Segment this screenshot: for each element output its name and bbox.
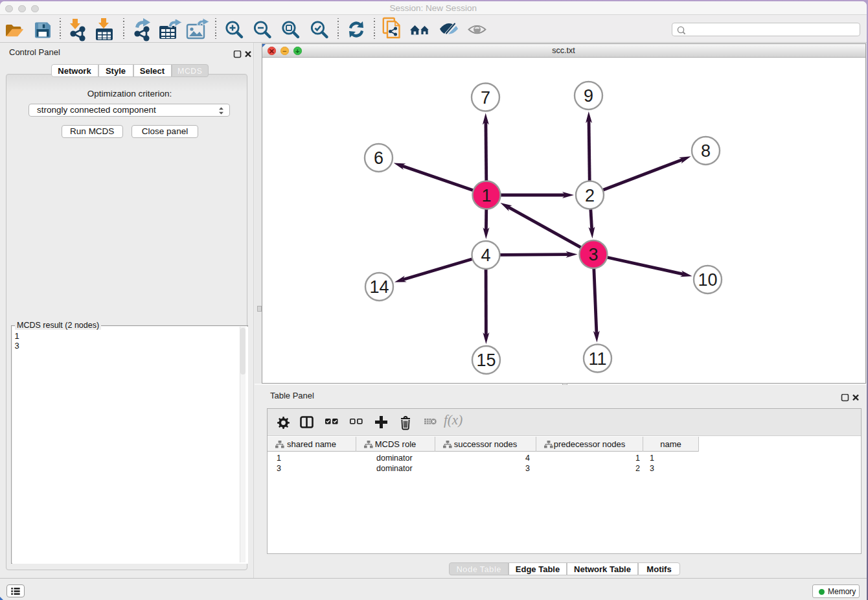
svg-text:14: 14 [369,277,389,297]
svg-text:11: 11 [588,349,606,368]
svg-text:9: 9 [583,86,593,106]
svg-text:8: 8 [700,141,710,161]
svg-text:1: 1 [481,185,491,205]
svg-text:7: 7 [480,87,490,107]
svg-text:3: 3 [588,245,598,264]
svg-text:15: 15 [476,351,496,370]
svg-text:10: 10 [698,270,717,290]
svg-text:2: 2 [584,185,594,205]
svg-text:6: 6 [373,148,383,168]
svg-text:4: 4 [481,246,490,265]
